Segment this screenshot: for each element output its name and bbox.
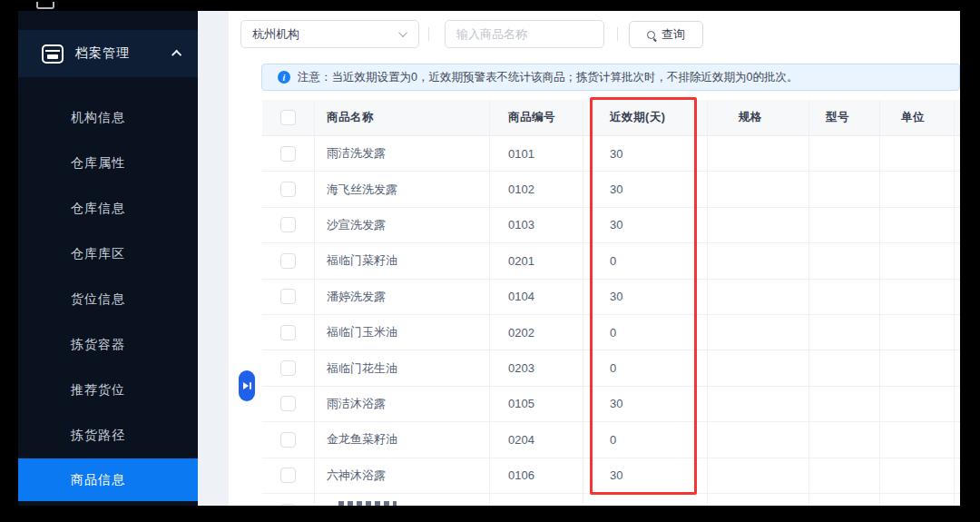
sidebar-group-label: 档案管理 (75, 45, 130, 62)
sidebar-group-archive-management[interactable]: 档案管理 (18, 30, 198, 77)
chevron-up-icon (172, 50, 181, 60)
product-table: 商品名称 商品编号 近效期(天) 规格 型号 单位 雨洁洗发露 0101 30 (262, 100, 960, 506)
col-header-code: 商品编号 (490, 100, 583, 135)
col-header-stub (955, 100, 960, 135)
table-row: 福临门玉米油 0202 0 (262, 315, 960, 350)
table-row: 雨洁洗发露 0101 30 (262, 136, 960, 172)
col-header-days: 近效期(天) (583, 100, 708, 135)
cell-product-code: 0203 (490, 350, 583, 385)
search-icon (647, 31, 655, 39)
table-row: 金龙鱼菜籽油 0204 0 (262, 422, 960, 458)
cell-expiry-days: 30 (583, 458, 708, 493)
cell-product-code: 0102 (490, 172, 583, 206)
table-row: 雨洁沐浴露 0105 30 (262, 387, 960, 422)
cell-expiry-days: 30 (583, 136, 708, 171)
org-select[interactable]: 杭州机构 (240, 20, 419, 48)
archive-box-icon (42, 44, 64, 64)
clipped-text (338, 501, 397, 506)
cell-product-name: 雨洁洗发露 (315, 136, 490, 171)
cell-product-code: 0201 (490, 243, 583, 278)
table-row: 沙宣洗发露 0103 30 (262, 208, 960, 243)
sidebar-submenu: 机构信息 仓库属性 仓库信息 仓库库区 货位信息 拣货容器 推荐货位 拣货路径 (18, 94, 198, 458)
table-header-row: 商品名称 商品编号 近效期(天) 规格 型号 单位 (262, 100, 960, 136)
sidebar: 档案管理 机构信息 仓库属性 仓库信息 仓库库区 货位信息 拣货容器 推荐货位 … (18, 11, 198, 506)
cell-model (809, 136, 880, 171)
cell-product-name: 金龙鱼菜籽油 (315, 422, 490, 457)
toolbar-divider (428, 27, 429, 41)
row-checkbox[interactable] (280, 396, 296, 411)
sidebar-item-warehouse-info[interactable]: 仓库信息 (18, 185, 198, 231)
main-content: 杭州机构 查询 i 注意：当近效期设置为0，近效期预警表不统计该商品；拣货计算批… (229, 11, 960, 506)
select-all-cell (262, 100, 315, 135)
col-header-name: 商品名称 (315, 100, 490, 135)
cell-expiry-days: 30 (583, 280, 708, 314)
cell-product-name: 海飞丝洗发露 (315, 172, 490, 206)
row-checkbox[interactable] (280, 432, 296, 448)
table-row: 潘婷洗发露 0104 30 (262, 280, 960, 315)
cell-product-name-clipped (315, 494, 490, 506)
cell-expiry-days: 0 (583, 422, 708, 457)
col-header-unit: 单位 (880, 100, 955, 135)
cell-spec (708, 136, 809, 171)
cell-expiry-days: 30 (583, 387, 708, 421)
product-name-input[interactable] (445, 20, 604, 48)
query-button[interactable]: 查询 (629, 21, 703, 48)
cell-expiry-days: 0 (583, 243, 708, 278)
row-checkbox[interactable] (280, 217, 296, 232)
row-checkbox[interactable] (280, 253, 296, 269)
cell-product-name: 潘婷洗发露 (315, 280, 490, 314)
row-checkbox[interactable] (280, 289, 296, 304)
row-checkbox[interactable] (280, 146, 296, 162)
cell-product-code: 0103 (490, 208, 583, 242)
cell-expiry-days: 30 (583, 208, 708, 242)
collapse-toggle-button[interactable] (239, 370, 255, 401)
row-checkbox[interactable] (280, 504, 296, 506)
col-header-model: 型号 (809, 100, 880, 135)
table-row-clipped (262, 494, 960, 506)
cell-product-code: 0101 (490, 136, 583, 171)
cell-unit (880, 136, 955, 171)
cell-expiry-days: 30 (583, 172, 708, 206)
cell-product-name: 福临门菜籽油 (315, 243, 490, 278)
cell-product-name: 福临门花生油 (315, 350, 490, 385)
cell-product-code: 0105 (490, 387, 583, 421)
sidebar-item-warehouse-attr[interactable]: 仓库属性 (18, 140, 198, 185)
cell-product-code: 0106 (490, 458, 583, 493)
sidebar-item-org-info[interactable]: 机构信息 (18, 94, 198, 140)
sidebar-item-product-info-active[interactable]: 商品信息 (18, 458, 198, 501)
query-button-label: 查询 (662, 26, 685, 43)
col-header-spec: 规格 (708, 100, 809, 135)
cell-product-name: 雨洁沐浴露 (315, 387, 490, 421)
cell-product-name: 沙宣洗发露 (315, 208, 490, 242)
sidebar-gutter (198, 11, 229, 506)
cell-product-code: 0204 (490, 422, 583, 457)
chevron-down-icon (398, 28, 407, 37)
cell-expiry-days: 0 (583, 350, 708, 385)
table-row: 海飞丝洗发露 0102 30 (262, 172, 960, 207)
sidebar-item-pick-path[interactable]: 拣货路径 (18, 412, 198, 458)
app-window: 档案管理 机构信息 仓库属性 仓库信息 仓库库区 货位信息 拣货容器 推荐货位 … (18, 11, 960, 506)
row-checkbox[interactable] (280, 325, 296, 340)
row-checkbox[interactable] (280, 360, 296, 376)
cell-product-name: 六神沐浴露 (315, 458, 490, 493)
cell-product-name: 福临门玉米油 (315, 315, 490, 350)
org-select-value: 杭州机构 (252, 26, 299, 43)
cell-product-code: 0104 (490, 280, 583, 314)
sidebar-item-warehouse-zone[interactable]: 仓库库区 (18, 231, 198, 276)
table-row: 福临门花生油 0203 0 (262, 350, 960, 386)
row-checkbox[interactable] (280, 468, 296, 483)
screen: 档案管理 机构信息 仓库属性 仓库信息 仓库库区 货位信息 拣货容器 推荐货位 … (0, 0, 980, 522)
toolbar-divider (617, 27, 618, 41)
select-all-checkbox[interactable] (280, 110, 296, 125)
sidebar-item-location-info[interactable]: 货位信息 (18, 276, 198, 321)
notice-text: 注意：当近效期设置为0，近效期预警表不统计该商品；拣货计算批次时，不排除近效期为… (298, 70, 798, 85)
sidebar-item-pick-container[interactable]: 拣货容器 (18, 321, 198, 367)
cell-expiry-days: 0 (583, 315, 708, 350)
notice-banner: i 注意：当近效期设置为0，近效期预警表不统计该商品；拣货计算批次时，不排除近效… (261, 64, 960, 91)
sidebar-item-recommend-loc[interactable]: 推荐货位 (18, 367, 198, 412)
row-checkbox[interactable] (280, 182, 296, 197)
arrow-right-icon (243, 382, 249, 389)
table-row: 六神沐浴露 0106 30 (262, 458, 960, 494)
table-row: 福临门菜籽油 0201 0 (262, 243, 960, 279)
info-icon: i (278, 71, 290, 84)
